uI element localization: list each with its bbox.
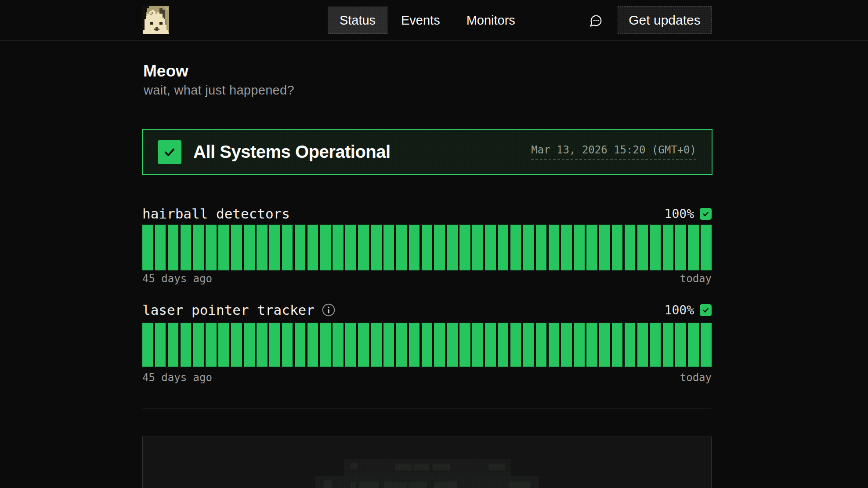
page-subtitle: wait, what just happened? xyxy=(144,83,294,98)
uptime-bars[interactable] xyxy=(142,323,712,367)
monitor-name: hairball detectors xyxy=(142,206,290,222)
axis-end-label: today xyxy=(680,273,712,285)
monitor-status-check-icon xyxy=(700,208,712,220)
uptime-bars[interactable] xyxy=(142,225,712,270)
page-title: Meow xyxy=(143,62,188,81)
status-banner-title: All Systems Operational xyxy=(193,142,391,162)
crying-cat-logo[interactable] xyxy=(142,6,169,34)
preview-body-strip xyxy=(315,476,539,488)
top-nav: Status Events Monitors Get updates xyxy=(0,0,868,41)
info-icon[interactable] xyxy=(322,303,335,317)
axis-start-label: 45 days ago xyxy=(142,273,212,285)
preview-card xyxy=(142,437,712,488)
tab-status[interactable]: Status xyxy=(328,7,387,34)
uptime-percentage: 100% xyxy=(665,207,694,221)
get-updates-label: Get updates xyxy=(629,13,700,28)
nav-tabs: Status Events Monitors xyxy=(328,7,515,34)
status-banner-timestamp[interactable]: Mar 13, 2026 15:20 (GMT+0) xyxy=(531,144,696,160)
section-divider xyxy=(142,408,712,408)
monitor-name: laser pointer tracker xyxy=(142,302,315,318)
monitor-status-check-icon xyxy=(700,304,712,316)
axis-end-label: today xyxy=(680,371,712,384)
status-check-icon xyxy=(158,140,181,164)
axis-start-label: 45 days ago xyxy=(142,371,212,384)
tab-monitors[interactable]: Monitors xyxy=(467,13,515,28)
get-updates-button[interactable]: Get updates xyxy=(618,6,712,34)
status-banner: All Systems Operational Mar 13, 2026 15:… xyxy=(142,129,712,175)
tab-events[interactable]: Events xyxy=(401,13,440,28)
chat-bubble-icon[interactable] xyxy=(590,14,603,27)
uptime-percentage: 100% xyxy=(665,303,694,317)
tab-status-label: Status xyxy=(340,13,376,28)
